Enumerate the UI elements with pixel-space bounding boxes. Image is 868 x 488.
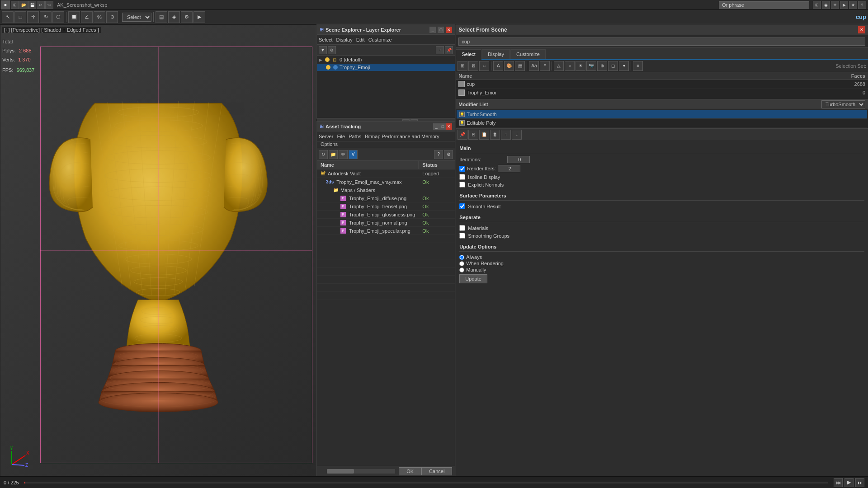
mod-down-icon[interactable]: ↓ [512,130,522,140]
sfs-invert-icon[interactable]: ↔ [479,61,489,71]
spinner-icon[interactable]: ⊙ [106,11,118,23]
camera-icon[interactable]: ◉ [822,1,830,9]
sfs-light-icon[interactable]: ☀ [576,61,585,71]
sfs-tab-display[interactable]: Display [482,49,510,59]
at-menu-options[interactable]: Options [321,141,338,147]
redo-icon[interactable]: ↪ [45,1,53,9]
sfs-by-name-icon[interactable]: A [493,61,503,71]
sfs-space-icon[interactable]: ◻ [608,61,618,71]
se-filter-icon[interactable]: ▼ [319,46,327,54]
at-scrollbar-h[interactable] [327,469,395,474]
at-settings-icon[interactable]: ⚙ [444,150,453,159]
render-iters-checkbox[interactable] [459,166,465,172]
mod-copy-icon[interactable]: ⎘ [468,130,478,140]
sfs-filter-icon[interactable]: ▾ [619,61,629,71]
at-row-normal[interactable]: P Trophy_Emoji_normal.png Ok [317,219,455,227]
sfs-search-input[interactable] [458,38,865,46]
at-ok-button[interactable]: OK [399,467,421,475]
at-maximize[interactable]: □ [439,123,446,130]
mod-up-icon[interactable]: ↑ [501,130,511,140]
sfs-object-list[interactable]: Name Faces cup 2688 Trophy_Emoi 0 [456,72,868,99]
iterations-input[interactable] [507,156,530,163]
scene-menu-select[interactable]: Select [319,37,333,42]
sfs-obj-cup[interactable]: cup 2688 [456,80,868,89]
mod-delete-icon[interactable]: 🗑 [490,130,500,140]
layer-default[interactable]: ▶ ⊟ 0 (default) [317,56,455,64]
select-region-icon[interactable]: □ [14,11,26,23]
sfs-shape-icon[interactable]: ○ [565,61,575,71]
sfs-select-all-icon[interactable]: ⊞ [458,61,467,71]
scene-explorer-minimize[interactable]: _ [429,27,436,33]
new-icon[interactable]: ⊞ [11,1,19,9]
render-setup-icon[interactable]: ⚙ [181,11,193,23]
materials-checkbox[interactable] [459,225,465,231]
at-menu-file[interactable]: File [337,134,345,139]
keyword-search[interactable] [719,1,809,9]
at-menu-server[interactable]: Server [319,134,333,139]
grid-icon[interactable]: ⊞ [813,1,821,9]
sfs-obj-trophy[interactable]: Trophy_Emoi 0 [456,89,868,97]
viewport-label[interactable]: [+] [Perspective] [ Shaded + Edged Faces… [2,27,101,33]
trophy-emoji-item[interactable]: Trophy_Emoji [317,64,455,71]
at-folder-icon[interactable]: 📁 [329,150,338,159]
at-close[interactable]: ✕ [446,123,452,130]
rotate-icon[interactable]: ↻ [40,11,52,23]
open-icon[interactable]: 📂 [19,1,28,9]
scene-menu-edit[interactable]: Edit [356,37,365,42]
scene-tree[interactable]: ▶ ⊟ 0 (default) Trophy_Emoji [317,56,455,118]
sfs-close-icon[interactable]: ✕ [858,26,865,33]
at-menu-bitmap[interactable]: Bitmap Performance and Memory [365,134,439,139]
material-editor-icon[interactable]: ◈ [168,11,180,23]
isoline-checkbox[interactable] [459,174,465,180]
se-settings-icon[interactable]: ⚙ [328,46,336,54]
snap-icon[interactable]: 🔲 [68,11,80,23]
viewport[interactable]: [+] [Perspective] [ Shaded + Edged Faces… [0,24,316,476]
always-radio[interactable] [459,255,464,260]
help-icon[interactable]: ? [858,1,866,9]
manually-radio[interactable] [459,267,464,272]
modifier-dropdown[interactable]: TurboSmooth Edit Poly FFD [821,100,865,108]
render-icon[interactable]: ▶ [840,1,848,9]
mod-item-turbosmooth[interactable]: 💡 TurboSmooth [457,110,867,119]
scene-explorer-close[interactable]: ✕ [446,27,452,33]
scene-menu-customize[interactable]: Customize [368,37,392,42]
at-refresh-icon[interactable]: ↻ [319,150,328,159]
mod-light-turbosmooth[interactable]: 💡 [459,112,465,117]
sfs-camera-icon[interactable]: 📷 [586,61,596,71]
sfs-select-none-icon[interactable]: ⊠ [468,61,478,71]
at-row-maps[interactable]: 📁 Maps / Shaders [317,186,455,194]
when-rendering-radio[interactable] [459,261,464,266]
at-vault-icon[interactable]: V [349,150,358,159]
undo-icon[interactable]: ↩ [37,1,45,9]
smoothing-groups-checkbox[interactable] [459,233,465,239]
at-minimize[interactable]: _ [433,123,439,130]
scale-icon[interactable]: ⬡ [52,11,64,23]
reference-coord-select[interactable]: Select View World [122,13,151,22]
layer-manager-icon[interactable]: ▤ [156,11,167,23]
play-icon[interactable]: ▶ [844,478,854,487]
at-cancel-button[interactable]: Cancel [421,467,452,475]
sfs-by-color-icon[interactable]: 🎨 [504,61,514,71]
timeline-bar[interactable] [24,482,828,483]
star-icon[interactable]: ★ [849,1,857,9]
at-row-specular[interactable]: P Trophy_Emoji_specular.png Ok [317,227,455,235]
select-object-icon[interactable]: ↖ [2,11,14,23]
se-pin-icon[interactable]: 📌 [445,46,453,54]
sfs-tab-customize[interactable]: Customize [510,49,546,59]
next-frame-icon[interactable]: ⏭ [855,478,864,487]
angle-snap-icon[interactable]: ∠ [81,11,93,23]
sfs-geometry-icon[interactable]: △ [554,61,564,71]
mod-light-editablepoly[interactable]: 💡 [459,120,465,126]
mod-paste-icon[interactable]: 📋 [479,130,489,140]
se-add-icon[interactable]: + [436,46,444,54]
light-icon[interactable]: ☀ [831,1,839,9]
at-row-glossiness[interactable]: P Trophy_Emoji_glossiness.png Ok [317,211,455,219]
at-row-vault[interactable]: 🏛 Autodesk Vault Logged [317,169,455,178]
sfs-by-layer-icon[interactable]: ▤ [515,61,525,71]
mod-item-editablepoly[interactable]: 💡 Editable Poly [457,119,867,127]
sfs-list-icon[interactable]: ≡ [633,61,643,71]
tree-toggle-0[interactable]: ▶ [319,57,323,62]
sfs-helper-icon[interactable]: ⊕ [597,61,607,71]
update-button[interactable]: Update [459,274,487,283]
modifier-stack[interactable]: 💡 TurboSmooth 💡 Editable Poly [456,109,868,128]
